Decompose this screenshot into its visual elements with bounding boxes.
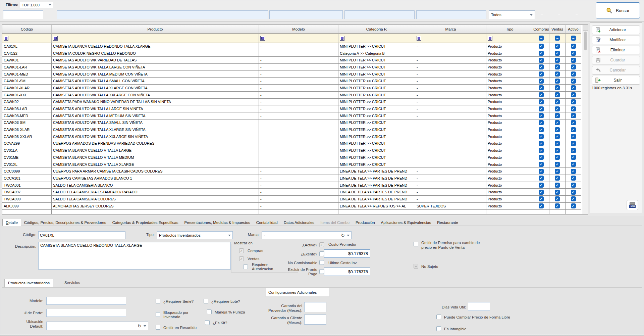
column-filter-icon[interactable] <box>260 36 265 41</box>
activo-row-checkbox[interactable] <box>571 64 576 69</box>
no-comisionable-checkbox[interactable] <box>319 260 324 265</box>
descripcion-field[interactable]: CAMISETA BLANCA CUELLO REDONDO TALLA XLA… <box>38 242 231 270</box>
activo-row-checkbox[interactable] <box>571 85 576 90</box>
compras-row-checkbox[interactable] <box>539 148 544 153</box>
table-row[interactable]: TWCA097SALDO TELA CAMISERIA ESTAMPADO/ R… <box>2 189 588 196</box>
filter-input-producto[interactable] <box>57 10 268 19</box>
column-filter-icon[interactable] <box>488 36 492 41</box>
tab-c-digos-precios-descripciones-proveedores[interactable]: Códigos, Precios, Descripciones & Provee… <box>21 219 109 226</box>
compras-row-checkbox[interactable] <box>539 71 544 77</box>
ventas-row-checkbox[interactable] <box>555 127 560 132</box>
table-row[interactable]: CV01MECAMISETA BLANCA CUELLO V TALLA MED… <box>2 154 588 161</box>
activo-row-checkbox[interactable] <box>571 44 576 49</box>
ventas-row-checkbox[interactable] <box>555 51 560 56</box>
tab-detalle[interactable]: Detalle <box>2 219 21 226</box>
compras-row-checkbox[interactable] <box>539 134 544 139</box>
activo-row-checkbox[interactable] <box>571 79 576 84</box>
column-header[interactable]: Activo <box>566 25 581 34</box>
dias-vida-field[interactable] <box>468 302 490 311</box>
column-header[interactable]: Marca <box>415 25 486 34</box>
table-row[interactable]: TWCA001SALDO TELA CAMISERIA BLANCO-LINEA… <box>2 182 588 189</box>
ventas-row-checkbox[interactable] <box>555 71 560 77</box>
activo-filter-checkbox[interactable] <box>573 11 580 18</box>
compras-row-checkbox[interactable] <box>539 92 544 97</box>
activo-row-checkbox[interactable] <box>571 176 576 181</box>
tab-categor-as-propiedades-espec-ficas[interactable]: Categorías & Propiedades Específicas <box>109 219 181 226</box>
column-filter-cell[interactable] <box>2 34 52 43</box>
adicionar-button[interactable]: Adicionar <box>592 26 640 34</box>
column-filter-cell[interactable] <box>52 34 259 43</box>
refresh-icon[interactable]: ↻ <box>341 234 345 237</box>
table-row[interactable]: CAWK01-XXLCAMISETAS ADULTO WK TALLA XXLA… <box>2 92 588 99</box>
column-filter-cell[interactable] <box>486 34 533 43</box>
es-intangible-checkbox[interactable] <box>436 326 441 331</box>
ventas-row-checkbox[interactable] <box>555 120 560 125</box>
es-kit-checkbox[interactable] <box>205 320 210 325</box>
no-sujeto-checkbox[interactable] <box>414 264 418 269</box>
omitir-resurtido-checkbox[interactable] <box>156 325 160 330</box>
compras-row-checkbox[interactable] <box>539 99 544 104</box>
compras-row-checkbox[interactable] <box>539 176 544 181</box>
table-row[interactable]: CAWK01-MEDCAMISETAS ADULTO WK TALLA MEDI… <box>2 71 588 78</box>
activo-row-checkbox[interactable] <box>571 203 576 208</box>
table-row[interactable]: CA01XLCAMISETA BLANCA CUELLO REDONDO TAL… <box>2 43 588 50</box>
requiere-serie-checkbox[interactable] <box>156 299 160 303</box>
compras-row-checkbox[interactable] <box>539 183 544 188</box>
table-row[interactable]: CAWK03-XXLARCAMISETAS ADULTO WK TALLA XX… <box>2 133 588 140</box>
tab-items-del-combo[interactable]: Items del Combo <box>317 219 353 226</box>
activo-row-checkbox[interactable] <box>571 113 576 118</box>
column-header[interactable]: Tipo <box>486 25 533 34</box>
compras-row-checkbox[interactable] <box>539 51 544 56</box>
ventas-row-checkbox[interactable] <box>555 162 560 167</box>
ventas-row-checkbox[interactable] <box>555 99 560 104</box>
table-row[interactable]: CCC0099CUERPOS PARA ARMAR CAMISETA CLASI… <box>2 168 588 175</box>
subtab-productos-inventariados[interactable]: Productos Inventariados <box>4 279 53 287</box>
column-filter-icon[interactable] <box>4 36 8 41</box>
ubicacion-dropdown[interactable]: ↻ <box>46 322 148 330</box>
ventas-filter-checkbox[interactable] <box>556 11 562 18</box>
column-filter-icon[interactable] <box>53 36 58 41</box>
table-row[interactable]: TWCA099SALDO TELA CAMISERIA COLORES-LINE… <box>2 196 588 203</box>
activo-row-checkbox[interactable] <box>571 92 576 97</box>
ventas-row-checkbox[interactable] <box>555 176 560 181</box>
table-row[interactable]: CCCA101CUERPOS CAMISETAS ARMADOS BLANCO … <box>2 175 588 182</box>
compras-row-checkbox[interactable] <box>539 44 544 49</box>
column-filter-cell[interactable] <box>533 34 549 43</box>
column-filter-checkbox[interactable] <box>539 36 544 41</box>
column-filter-checkbox[interactable] <box>555 36 560 41</box>
table-row[interactable]: CAWK01-LARCAMISETAS ADULTO WK TALLA LARG… <box>2 64 588 71</box>
table-row[interactable]: CA41S2CAMISETA COLOR NEGRO CUELLO REDOND… <box>2 50 588 57</box>
compras-row-checkbox[interactable] <box>539 64 544 69</box>
compras-row-checkbox[interactable] <box>539 120 544 125</box>
table-row[interactable]: ALKJ099ALMOHADITAS JERSEY COLORES-LINEA … <box>2 203 588 210</box>
parte-field[interactable] <box>46 309 126 317</box>
column-filter-cell[interactable] <box>259 34 338 43</box>
column-header[interactable]: Modelo <box>259 25 338 34</box>
activo-row-checkbox[interactable] <box>571 51 576 56</box>
compras-row-checkbox[interactable] <box>539 203 544 208</box>
table-row[interactable]: CV01LACAMISETA BLANCA CUELLO V TALLA LAR… <box>2 147 588 154</box>
ventas-row-checkbox[interactable] <box>555 148 560 153</box>
costo-promedio-field[interactable]: $0.176378 <box>324 249 370 258</box>
filter-input-codigo[interactable] <box>3 10 43 19</box>
compras-row-checkbox[interactable] <box>539 58 544 63</box>
requiere-autorizacion-checkbox[interactable] <box>243 265 248 269</box>
ventas-row-checkbox[interactable] <box>555 113 560 118</box>
ventas-row-checkbox[interactable] <box>555 203 560 208</box>
modelo-field[interactable] <box>46 297 126 305</box>
ventas-row-checkbox[interactable] <box>555 155 560 160</box>
ventas-row-checkbox[interactable] <box>555 196 560 201</box>
activo-row-checkbox[interactable] <box>571 141 576 146</box>
activo-row-checkbox[interactable] <box>571 196 576 201</box>
tipo-dropdown[interactable]: Productos Inventariados <box>157 231 233 239</box>
activo-row-checkbox[interactable] <box>571 169 576 174</box>
activo-row-checkbox[interactable] <box>571 120 576 125</box>
ventas-row-checkbox[interactable] <box>555 106 560 111</box>
column-filter-icon[interactable] <box>417 36 421 41</box>
tab-presentaciones-medidas-impuestos[interactable]: Presentaciones, Medidas & Impuestos <box>181 219 253 226</box>
activo-row-checkbox[interactable] <box>571 106 576 111</box>
compras-row-checkbox[interactable] <box>539 85 544 90</box>
scroll-up-button[interactable] <box>583 25 588 31</box>
column-filter-checkbox[interactable] <box>571 36 576 41</box>
ventas-row-checkbox[interactable] <box>555 64 560 69</box>
